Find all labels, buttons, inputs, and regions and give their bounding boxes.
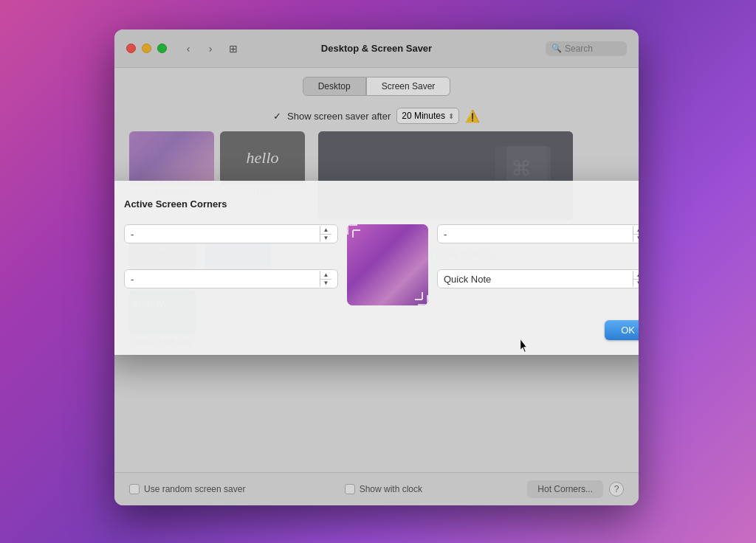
- stepper-up-icon[interactable]: ▲: [320, 226, 331, 235]
- svg-rect-3: [347, 224, 428, 305]
- active-screen-corners-modal: Active Screen Corners - ▲ ▼: [114, 181, 639, 355]
- modal-title: Active Screen Corners: [124, 198, 639, 210]
- corner-top-right-value: -: [444, 229, 630, 240]
- corner-top-right-select[interactable]: - ▲ ▼: [437, 224, 639, 243]
- corner-top-left-stepper[interactable]: ▲ ▼: [320, 226, 331, 242]
- stepper-down-icon[interactable]: ▼: [320, 280, 331, 288]
- modal-overlay: Active Screen Corners - ▲ ▼: [114, 30, 639, 505]
- modal-footer: OK: [124, 320, 639, 340]
- stepper-down-icon[interactable]: ▼: [320, 235, 331, 243]
- corner-top-left-select[interactable]: - ▲ ▼: [124, 224, 338, 243]
- stepper-down-icon[interactable]: ▼: [633, 235, 639, 243]
- corner-bottom-right-value: Quick Note: [444, 274, 630, 285]
- stepper-up-icon[interactable]: ▲: [633, 271, 639, 280]
- main-window: ‹ › ⊞ Desktop & Screen Saver 🔍 Search De…: [114, 30, 639, 505]
- corner-bottom-left-stepper[interactable]: ▲ ▼: [320, 271, 331, 287]
- corner-top-left-value: -: [131, 229, 317, 240]
- stepper-down-icon[interactable]: ▼: [633, 280, 639, 288]
- corner-bottom-right-stepper[interactable]: ▲ ▼: [633, 271, 639, 287]
- corner-bottom-right-select[interactable]: Quick Note ▲ ▼: [437, 269, 639, 288]
- corner-preview-image: [347, 224, 428, 305]
- corner-top-right-stepper[interactable]: ▲ ▼: [633, 226, 639, 242]
- stepper-up-icon[interactable]: ▲: [320, 271, 331, 280]
- stepper-up-icon[interactable]: ▲: [633, 226, 639, 235]
- corner-bottom-left-select[interactable]: - ▲ ▼: [124, 269, 338, 288]
- ok-button[interactable]: OK: [605, 320, 639, 340]
- corner-bottom-left-value: -: [131, 274, 317, 285]
- corners-grid: - ▲ ▼: [124, 224, 639, 305]
